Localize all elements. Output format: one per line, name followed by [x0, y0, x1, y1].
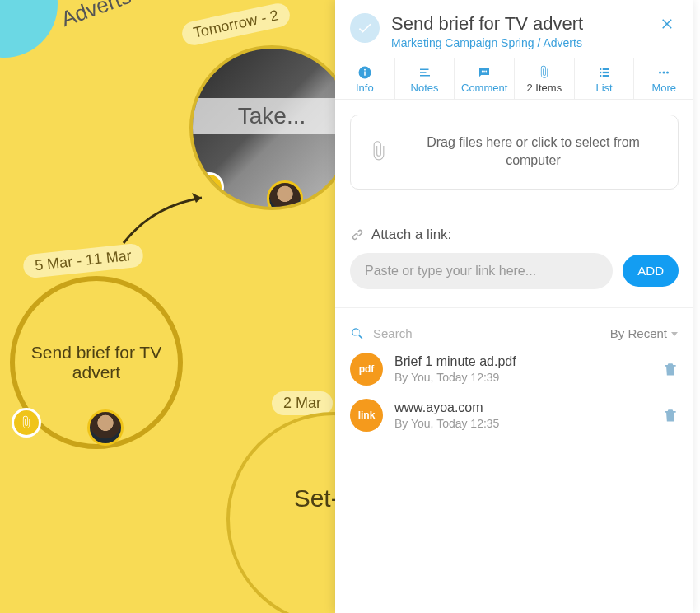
- task-node-take[interactable]: Take...: [189, 45, 354, 210]
- attach-link-text: Attach a link:: [371, 227, 451, 243]
- close-button[interactable]: [657, 13, 679, 38]
- paperclip-icon: [537, 65, 552, 80]
- attachment-row[interactable]: pdf Brief 1 minute ad.pdf By You, Today …: [350, 353, 679, 386]
- svg-rect-9: [600, 68, 601, 70]
- attachment-badge[interactable]: [12, 408, 41, 438]
- task-node-brief-title: Send brief for TV advert: [15, 343, 178, 382]
- dropzone-text: Drag files here or click to select from …: [405, 133, 661, 171]
- task-node-brief[interactable]: Send brief for TV advert: [10, 276, 183, 449]
- list-icon: [597, 65, 612, 80]
- add-link-button[interactable]: ADD: [623, 255, 679, 287]
- svg-rect-3: [420, 69, 429, 71]
- panel-tabs: Info Notes Comment 2 Items List More: [335, 58, 693, 100]
- panel-title: Send brief for TV advert: [391, 13, 646, 35]
- svg-point-8: [486, 71, 488, 73]
- assignee-avatar[interactable]: [87, 409, 124, 446]
- link-input[interactable]: [350, 253, 613, 289]
- svg-point-7: [483, 71, 485, 73]
- chevron-down-icon: [670, 330, 679, 338]
- tab-comment[interactable]: Comment: [455, 58, 515, 99]
- svg-rect-4: [420, 72, 427, 73]
- file-meta: By You, Today 12:39: [394, 371, 651, 384]
- svg-point-15: [659, 72, 661, 74]
- divider: [335, 208, 693, 208]
- svg-point-17: [666, 72, 669, 74]
- assignee-avatar[interactable]: [267, 180, 303, 210]
- delete-button[interactable]: [662, 360, 679, 378]
- check-icon: [357, 20, 373, 36]
- svg-rect-13: [600, 75, 601, 77]
- tab-info[interactable]: Info: [335, 58, 395, 99]
- task-node-take-title: Take...: [193, 98, 351, 134]
- tab-label: Comment: [461, 82, 507, 94]
- close-icon: [660, 16, 675, 31]
- tab-label: More: [651, 82, 676, 94]
- attachment-row[interactable]: link www.ayoa.com By You, Today 12:35: [350, 399, 679, 432]
- tab-label: Notes: [411, 82, 439, 94]
- tab-label: Info: [356, 82, 374, 94]
- tab-attachments[interactable]: 2 Items: [515, 58, 575, 99]
- more-icon: [656, 65, 671, 80]
- paperclip-icon: [19, 415, 34, 430]
- file-type-badge: pdf: [350, 353, 383, 386]
- tab-notes[interactable]: Notes: [395, 58, 455, 99]
- notes-icon: [418, 65, 432, 80]
- attachment-list: pdf Brief 1 minute ad.pdf By You, Today …: [350, 353, 679, 432]
- svg-rect-10: [602, 68, 609, 70]
- tab-more[interactable]: More: [634, 58, 693, 99]
- breadcrumb[interactable]: Marketing Campaign Spring / Adverts: [391, 36, 646, 49]
- panel-header: Send brief for TV advert Marketing Campa…: [335, 0, 693, 58]
- svg-rect-14: [602, 75, 609, 77]
- sort-dropdown[interactable]: By Recent: [610, 326, 679, 340]
- paperclip-icon: [367, 140, 390, 163]
- tab-label: List: [595, 82, 612, 94]
- svg-rect-1: [364, 72, 366, 76]
- svg-rect-5: [420, 75, 430, 77]
- dependency-arrow: [119, 190, 218, 247]
- file-name: Brief 1 minute ad.pdf: [394, 354, 651, 369]
- svg-point-6: [482, 71, 483, 73]
- delete-button[interactable]: [662, 406, 679, 424]
- panel-body: Drag files here or click to select from …: [335, 100, 693, 613]
- file-dropzone[interactable]: Drag files here or click to select from …: [350, 115, 679, 190]
- tab-label: 2 Items: [527, 82, 562, 94]
- attach-link-label: Attach a link:: [350, 227, 679, 243]
- complete-toggle[interactable]: [350, 13, 380, 43]
- search-icon[interactable]: [350, 326, 365, 341]
- file-meta: By You, Today 12:35: [394, 417, 651, 430]
- file-type-badge: link: [350, 399, 383, 432]
- svg-rect-11: [600, 72, 601, 73]
- svg-rect-12: [602, 72, 609, 73]
- comment-icon: [477, 65, 492, 80]
- sort-label: By Recent: [610, 326, 667, 340]
- svg-point-16: [663, 72, 665, 74]
- tab-list[interactable]: List: [575, 58, 635, 99]
- info-icon: [357, 65, 372, 80]
- search-input[interactable]: Search: [373, 326, 602, 340]
- file-name: www.ayoa.com: [394, 400, 651, 415]
- divider: [335, 307, 693, 308]
- svg-point-2: [364, 69, 366, 71]
- task-detail-panel: Send brief for TV advert Marketing Campa…: [335, 0, 693, 613]
- link-icon: [350, 227, 365, 242]
